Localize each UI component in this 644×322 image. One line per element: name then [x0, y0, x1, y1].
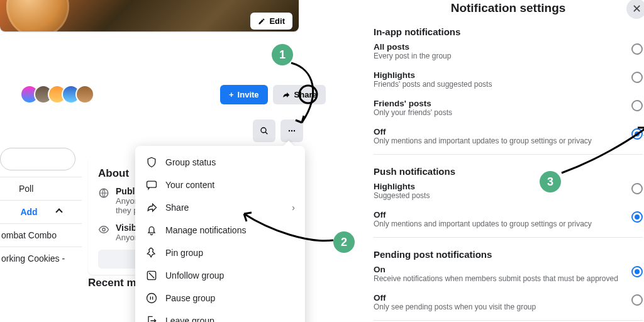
radio[interactable]	[631, 43, 643, 55]
svg-point-3	[291, 130, 292, 131]
menu-label: Pause group	[165, 293, 215, 303]
globe-icon	[98, 187, 109, 199]
option-sub: Only mentions and important updates to g…	[374, 219, 592, 228]
option-sub: Friends' posts and suggested posts	[374, 80, 492, 89]
radio[interactable]	[631, 100, 643, 111]
close-icon: ✕	[632, 2, 641, 16]
menu-label: Share	[165, 203, 189, 213]
option-label: Highlights	[374, 182, 430, 191]
sidebar-item-poll[interactable]: Poll	[0, 177, 82, 200]
menu-item-pause-group[interactable]: Pause group	[140, 287, 300, 309]
section-heading-pending: Pending post notifications	[374, 249, 643, 260]
share-arrow-icon	[282, 91, 291, 99]
left-sidebar: Poll Add ombat Combo orking Cookies -	[0, 148, 82, 270]
option-label: Highlights	[374, 70, 492, 80]
menu-label: Group status	[165, 157, 216, 167]
svg-point-6	[103, 228, 106, 231]
svg-point-0	[261, 128, 266, 133]
group-options-menu: Group status Your content Share › Manage…	[135, 146, 305, 322]
option-sub: Every post in the group	[374, 52, 451, 60]
option-label: Friends' posts	[374, 99, 452, 108]
menu-label: Your content	[165, 180, 214, 190]
menu-item-unfollow-group[interactable]: Unfollow group	[140, 264, 300, 287]
radio[interactable]	[631, 183, 643, 194]
option-label: Off	[374, 293, 536, 303]
chevron-right-icon: ›	[292, 203, 295, 213]
share-button[interactable]: Share	[273, 85, 326, 104]
option-push-off[interactable]: OffOnly mentions and important updates t…	[374, 205, 643, 233]
option-highlights[interactable]: HighlightsFriends' posts and suggested p…	[374, 65, 643, 94]
menu-item-manage-notifications[interactable]: Manage notifications	[140, 219, 300, 242]
menu-item-group-status[interactable]: Group status	[140, 151, 300, 174]
menu-item-your-content[interactable]: Your content	[140, 174, 300, 196]
svg-line-1	[265, 132, 267, 134]
menu-label: Unfollow group	[165, 270, 224, 280]
annotation-badge-2: 2	[333, 231, 355, 253]
speech-icon	[145, 179, 158, 191]
svg-point-10	[147, 294, 157, 303]
menu-item-share[interactable]: Share ›	[140, 196, 300, 219]
radio-selected[interactable]	[631, 266, 643, 277]
svg-point-4	[294, 130, 295, 131]
notification-settings-panel: Notification settings ✕ In-app notificat…	[357, 0, 644, 322]
recent-heading: Recent me	[88, 277, 142, 289]
menu-label: Manage notifications	[165, 225, 246, 235]
avatar	[75, 85, 94, 104]
option-label: Off	[374, 127, 592, 136]
edit-cover-button[interactable]: Edit	[250, 13, 292, 30]
eye-icon	[98, 224, 109, 235]
annotation-badge-3: 3	[540, 171, 561, 192]
option-sub: Only mentions and important updates to g…	[374, 136, 592, 145]
close-button[interactable]: ✕	[626, 0, 644, 19]
option-off[interactable]: OffOnly mentions and important updates t…	[374, 122, 643, 150]
radio[interactable]	[631, 294, 643, 306]
svg-point-2	[289, 130, 290, 131]
invite-label: Invite	[238, 90, 259, 99]
option-label: Off	[374, 210, 592, 219]
search-button[interactable]	[253, 119, 275, 142]
leave-icon	[145, 314, 158, 322]
option-pending-off[interactable]: OffOnly see pending posts when you visit…	[374, 288, 643, 316]
option-sub: Only your friends' posts	[374, 108, 452, 117]
pill-placeholder[interactable]	[0, 148, 75, 170]
pencil-icon	[258, 18, 265, 25]
share-label: Share	[294, 90, 317, 99]
option-sub: Only see pending posts when you visit th…	[374, 303, 536, 311]
add-label: Add	[20, 207, 37, 217]
plus-icon: +	[229, 90, 234, 99]
edit-label: Edit	[269, 16, 285, 26]
menu-item-pin-group[interactable]: Pin group	[140, 242, 300, 264]
invite-button[interactable]: + Invite	[220, 85, 268, 104]
svg-rect-7	[147, 181, 157, 187]
annotation-badge-1: 1	[272, 44, 293, 65]
chevron-up-icon	[55, 208, 62, 215]
more-options-button[interactable]	[280, 119, 303, 142]
menu-item-leave-group[interactable]: Leave group	[140, 309, 300, 322]
cover-image: Edit	[0, 0, 299, 31]
radio-selected[interactable]	[631, 211, 643, 223]
radio-selected[interactable]	[631, 128, 643, 140]
radio[interactable]	[631, 72, 643, 83]
option-pending-on[interactable]: OnReceive notifications when members sub…	[374, 260, 643, 288]
panel-title: Notification settings	[374, 1, 643, 15]
section-heading-inapp: In-app notifications	[374, 26, 643, 37]
option-all-posts[interactable]: All postsEvery post in the group	[374, 37, 643, 65]
divider	[374, 154, 643, 155]
svg-line-9	[149, 273, 154, 278]
option-sub: Suggested posts	[374, 191, 430, 200]
pause-icon	[145, 292, 158, 304]
member-avatars[interactable]	[25, 85, 94, 104]
option-label: On	[374, 265, 618, 274]
sidebar-item[interactable]: ombat Combo	[0, 223, 82, 247]
option-friends-posts[interactable]: Friends' postsOnly your friends' posts	[374, 94, 643, 122]
menu-label: Leave group	[165, 316, 214, 322]
menu-label: Pin group	[165, 248, 203, 258]
sidebar-item-add[interactable]: Add	[0, 200, 82, 223]
option-push-highlights[interactable]: HighlightsSuggested posts	[374, 177, 643, 205]
section-heading-push: Push notifications	[374, 166, 643, 177]
divider	[374, 320, 643, 321]
option-sub: Receive notifications when members submi…	[374, 274, 618, 283]
shield-icon	[145, 156, 158, 169]
sidebar-item[interactable]: orking Cookies -	[0, 247, 82, 270]
divider	[374, 237, 643, 238]
